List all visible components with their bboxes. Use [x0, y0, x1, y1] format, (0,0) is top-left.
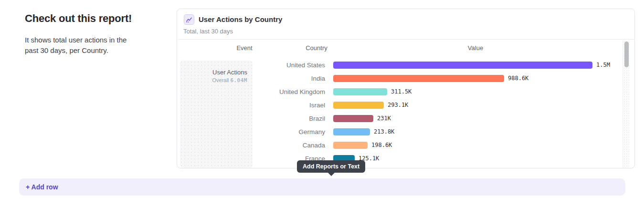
value-bar[interactable]	[333, 128, 370, 135]
country-label: Canada	[177, 142, 325, 149]
value-bar[interactable]	[333, 102, 384, 109]
country-label: Brazil	[177, 115, 325, 122]
value-label: 311.5K	[391, 88, 412, 95]
value-label: 213.8K	[374, 128, 394, 135]
chart-row: Canada198.6K	[177, 138, 621, 152]
value-label: 1.5M	[596, 62, 610, 68]
chart-row: United Kingdom311.5K	[177, 85, 621, 98]
chart-scrollbar-track[interactable]	[623, 41, 629, 168]
value-bar[interactable]	[333, 88, 387, 95]
country-label: India	[177, 75, 325, 82]
country-label: United Kingdom	[177, 88, 325, 95]
column-header-country: Country	[306, 44, 327, 52]
value-label: 198.6K	[371, 142, 392, 148]
bar-track: 293.1K	[333, 102, 621, 109]
report-card-header: User Actions by Country Total, last 30 d…	[177, 9, 634, 39]
bar-track: 213.8K	[333, 128, 621, 135]
chart-scrollbar-thumb[interactable]	[624, 42, 629, 67]
add-row-button[interactable]: + Add row	[19, 178, 625, 196]
chart-row: India988.6K	[177, 72, 621, 85]
chart-row: Israel293.1K	[177, 98, 621, 112]
report-title[interactable]: User Actions by Country	[199, 15, 282, 23]
header-divider	[177, 39, 634, 40]
country-label: United States	[177, 62, 325, 69]
bar-track: 311.5K	[333, 88, 621, 95]
bar-track: 198.6K	[333, 142, 621, 149]
bar-track: 1.5M	[333, 62, 621, 69]
insights-chart-icon	[184, 14, 194, 25]
page-title: Check out this report!	[25, 12, 132, 25]
value-bar[interactable]	[333, 75, 504, 82]
country-label: Germany	[177, 128, 325, 135]
chart-row: United States1.5M	[177, 58, 621, 72]
country-label: Israel	[177, 102, 325, 109]
chart-row: France125.1K	[177, 152, 621, 165]
add-reports-tooltip: Add Reports or Text	[297, 160, 365, 173]
value-label: 231K	[377, 115, 391, 122]
value-bar[interactable]	[333, 142, 368, 149]
chart-row: Germany213.8K	[177, 125, 621, 138]
column-header-event: Event	[236, 44, 252, 52]
value-bar[interactable]	[333, 62, 592, 69]
value-bar[interactable]	[333, 115, 373, 122]
chart-rows: United States1.5MIndia988.6KUnited Kingd…	[177, 58, 621, 165]
add-row-label: + Add row	[19, 178, 58, 196]
bar-track: 125.1K	[333, 155, 621, 162]
column-header-value: Value	[468, 44, 483, 52]
bar-track: 988.6K	[333, 75, 621, 82]
value-label: 988.6K	[508, 75, 528, 82]
chart-row: Brazil231K	[177, 112, 621, 125]
bar-track: 231K	[333, 115, 621, 122]
value-label: 293.1K	[388, 102, 408, 108]
report-subtitle: Total, last 30 days	[183, 28, 233, 35]
page-description: It shows total user actions in the past …	[25, 35, 138, 56]
report-card: User Actions by Country Total, last 30 d…	[177, 9, 635, 168]
